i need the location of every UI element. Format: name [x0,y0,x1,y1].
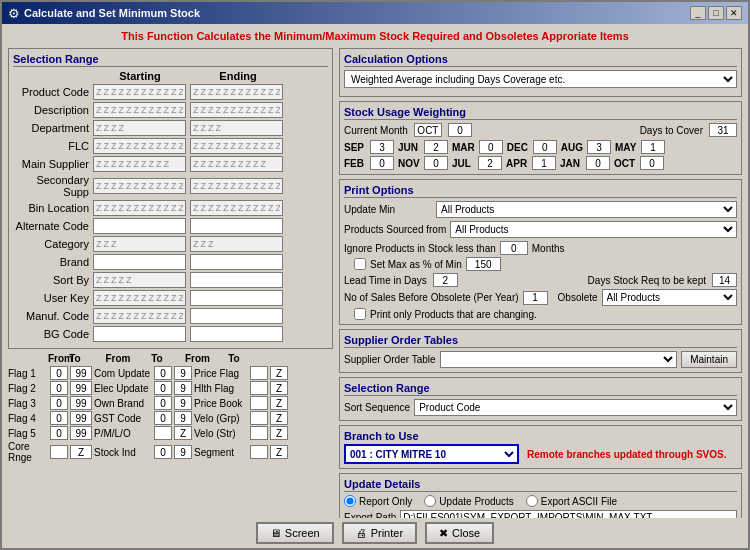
segment-to[interactable] [270,445,288,459]
velo-grp-from[interactable] [250,411,268,425]
report-only-radio[interactable] [344,495,356,507]
maximize-button[interactable]: □ [708,6,724,20]
elec-update-to[interactable] [174,381,192,395]
elec-update-from[interactable] [154,381,172,395]
printer-button[interactable]: 🖨 Printer [342,522,417,544]
pml-to[interactable] [174,426,192,440]
minimize-button[interactable]: _ [690,6,706,20]
secondary-supp-starting[interactable] [93,178,186,194]
update-products-radio[interactable] [424,495,436,507]
ignore-value[interactable] [500,241,528,255]
category-starting[interactable] [93,236,186,252]
core-rnge-to[interactable] [70,445,92,459]
brand-starting[interactable] [93,254,186,270]
screen-button[interactable]: 🖥 Screen [256,522,334,544]
sort-by-ending[interactable] [190,272,283,288]
product-code-starting[interactable] [93,84,186,100]
flag1-from[interactable] [50,366,68,380]
bin-location-ending[interactable] [190,200,283,216]
manuf-code-starting[interactable] [93,308,186,324]
department-starting[interactable] [93,120,186,136]
jan-input[interactable] [586,156,610,170]
flag3-to[interactable] [70,396,92,410]
main-supplier-ending[interactable] [190,156,283,172]
own-brand-from[interactable] [154,396,172,410]
department-ending[interactable] [190,120,283,136]
branch-dropdown[interactable]: 001 : CITY MITRE 10 [344,444,519,464]
bg-code-starting[interactable] [93,326,186,342]
flag2-from[interactable] [50,381,68,395]
gst-code-from[interactable] [154,411,172,425]
apr-input[interactable] [532,156,556,170]
feb-input[interactable] [370,156,394,170]
flag4-from[interactable] [50,411,68,425]
price-book-to[interactable] [270,396,288,410]
sales-before-obsolete-value[interactable] [523,291,548,305]
user-key-ending[interactable] [190,290,283,306]
print-only-changing-checkbox[interactable] [354,308,366,320]
set-max-checkbox[interactable] [354,258,366,270]
jul-input[interactable] [478,156,502,170]
secondary-supp-ending[interactable] [190,178,283,194]
report-only-option[interactable]: Report Only [344,495,412,507]
hlth-flag-to[interactable] [270,381,288,395]
description-starting[interactable] [93,102,186,118]
velo-str-to[interactable] [270,426,288,440]
flag5-from[interactable] [50,426,68,440]
export-path-input[interactable] [400,510,737,518]
description-ending[interactable] [190,102,283,118]
flag4-to[interactable] [70,411,92,425]
alternate-code-starting[interactable] [93,218,186,234]
user-key-starting[interactable] [93,290,186,306]
maintain-button[interactable]: Maintain [681,351,737,368]
update-min-dropdown[interactable]: All Products [436,201,737,218]
category-ending[interactable] [190,236,283,252]
current-month-value[interactable] [414,123,442,137]
close-button-bottom[interactable]: ✖ Close [425,522,494,544]
aug-input[interactable] [587,140,611,154]
flag5-to[interactable] [70,426,92,440]
alternate-code-ending[interactable] [190,218,283,234]
manuf-code-ending[interactable] [190,308,283,324]
nov-input[interactable] [424,156,448,170]
product-code-ending[interactable] [190,84,283,100]
flc-starting[interactable] [93,138,186,154]
days-to-cover-input[interactable] [709,123,737,137]
sort-by-starting[interactable] [93,272,186,288]
sort-sequence-dropdown[interactable]: Product Code [414,399,737,416]
days-stock-req-value[interactable] [712,273,737,287]
calc-options-dropdown[interactable]: Weighted Average including Days Coverage… [344,70,737,88]
main-supplier-starting[interactable] [93,156,186,172]
oct2-input[interactable] [640,156,664,170]
gst-code-to[interactable] [174,411,192,425]
price-flag-to[interactable] [270,366,288,380]
price-book-from[interactable] [250,396,268,410]
lead-time-value[interactable] [433,273,458,287]
close-button[interactable]: ✕ [726,6,742,20]
current-month-input[interactable] [448,123,472,137]
jun-input[interactable] [424,140,448,154]
export-ascii-radio[interactable] [526,495,538,507]
flc-ending[interactable] [190,138,283,154]
price-flag-from[interactable] [250,366,268,380]
com-update-to[interactable] [174,366,192,380]
stock-ind-from[interactable] [154,445,172,459]
set-max-value[interactable] [466,257,501,271]
products-sourced-dropdown[interactable]: All Products [450,221,737,238]
flag1-to[interactable] [70,366,92,380]
obsolete-dropdown[interactable]: All Products [602,289,737,306]
update-products-option[interactable]: Update Products [424,495,514,507]
sep-input[interactable] [370,140,394,154]
bg-code-ending[interactable] [190,326,283,342]
velo-str-from[interactable] [250,426,268,440]
core-rnge-from[interactable] [50,445,68,459]
brand-ending[interactable] [190,254,283,270]
stock-ind-to[interactable] [174,445,192,459]
hlth-flag-from[interactable] [250,381,268,395]
velo-grp-to[interactable] [270,411,288,425]
own-brand-to[interactable] [174,396,192,410]
bin-location-starting[interactable] [93,200,186,216]
dec-input[interactable] [533,140,557,154]
export-ascii-option[interactable]: Export ASCII File [526,495,617,507]
supplier-order-table-dropdown[interactable] [440,351,678,368]
